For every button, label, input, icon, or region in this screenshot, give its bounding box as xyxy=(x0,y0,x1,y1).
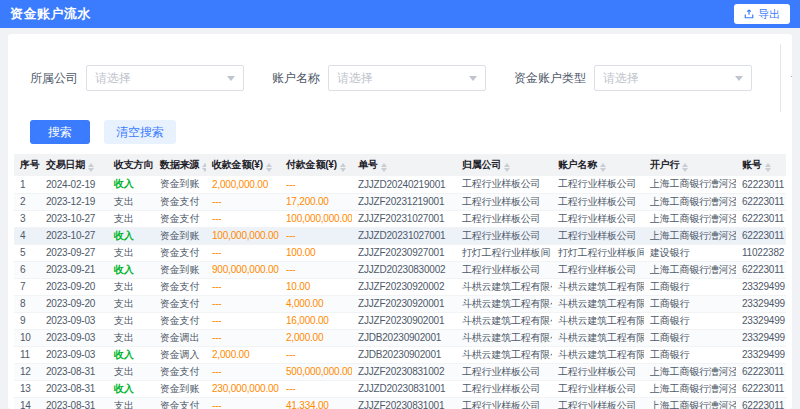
export-button[interactable]: 导出 xyxy=(734,4,790,24)
column-label: 账户名称 xyxy=(558,159,597,170)
cell: 工程行业样板公司 xyxy=(456,380,552,397)
cell: 2,000,000.00 xyxy=(206,176,280,193)
cell: 斗栱云建筑工程有限公司 xyxy=(456,346,552,363)
cell: 支出 xyxy=(108,244,154,261)
cell: 62223011 xyxy=(736,397,786,409)
chevron-down-icon xyxy=(227,76,235,81)
cell: --- xyxy=(206,397,280,409)
cell: 2023-10-27 xyxy=(40,210,108,227)
cell: 12 xyxy=(14,363,40,380)
cell: 斗栱云建筑工程有限公司 xyxy=(552,312,644,329)
cell: 上海工商银行漕河泾支行 xyxy=(644,397,736,409)
table-row: 62023-09-21收入资金到账900,000,000.00---ZJJZD2… xyxy=(14,261,786,278)
column-header-8[interactable]: 账户名称 xyxy=(552,154,644,176)
cell: 工程行业样板公司 xyxy=(552,261,644,278)
column-header-5[interactable]: 付款金额(¥) xyxy=(280,154,352,176)
sort-icon[interactable] xyxy=(765,163,771,172)
cell: ZJJZD20230830002 xyxy=(352,261,456,278)
column-header-6[interactable]: 单号 xyxy=(352,154,456,176)
sort-icon[interactable] xyxy=(381,163,387,172)
cell: 100,000,000.00 xyxy=(206,227,280,244)
cell: 62223011 xyxy=(736,363,786,380)
cell: 2023-08-31 xyxy=(40,397,108,409)
page-title: 资金账户流水 xyxy=(10,5,91,23)
clear-search-button[interactable]: 清空搜索 xyxy=(104,120,176,144)
cell: 62223011 xyxy=(736,380,786,397)
cell: 9 xyxy=(14,312,40,329)
cell: 2023-12-19 xyxy=(40,193,108,210)
cell: 资金支付 xyxy=(154,244,206,261)
cell: 2,000.00 xyxy=(206,346,280,363)
column-header-2[interactable]: 收支方向 xyxy=(108,154,154,176)
cell: ZJJZD20230831001 xyxy=(352,380,456,397)
column-label: 单号 xyxy=(358,159,378,170)
column-header-9[interactable]: 开户行 xyxy=(644,154,736,176)
cell: 收入 xyxy=(108,261,154,278)
sort-icon[interactable] xyxy=(88,163,94,172)
cell: 工程行业样板公司 xyxy=(456,193,552,210)
cell: 支出 xyxy=(108,295,154,312)
column-header-10[interactable]: 账号 xyxy=(736,154,786,176)
cell: 支出 xyxy=(108,210,154,227)
sort-icon[interactable] xyxy=(504,163,510,172)
account-name-select-placeholder: 请选择 xyxy=(337,70,373,87)
column-header-4[interactable]: 收款金额(¥) xyxy=(206,154,280,176)
cell: --- xyxy=(206,244,280,261)
search-button[interactable]: 搜索 xyxy=(30,120,90,144)
expand-filters-toggle[interactable]: 展开筛选 xyxy=(780,44,792,112)
cell: 2023-09-20 xyxy=(40,295,108,312)
cell: 斗栱云建筑工程有限公司 xyxy=(456,329,552,346)
account-name-select[interactable]: 请选择 xyxy=(328,65,486,91)
cell: 工程行业样板公司 xyxy=(552,193,644,210)
cell: --- xyxy=(206,193,280,210)
filter-account-name: 账户名称 请选择 xyxy=(272,65,486,91)
cell: 工程行业样板公司 xyxy=(456,261,552,278)
cell: 支出 xyxy=(108,363,154,380)
cell: 支出 xyxy=(108,397,154,409)
cell: 4,000.00 xyxy=(280,295,352,312)
sort-icon[interactable] xyxy=(340,163,346,172)
cell: 17,200.00 xyxy=(280,193,352,210)
cell: --- xyxy=(280,227,352,244)
cell: 建设银行 xyxy=(644,244,736,261)
table-body: 12024-02-19收入资金到账2,000,000.00---ZJJZD202… xyxy=(14,176,786,409)
cell: 工商银行 xyxy=(644,278,736,295)
account-type-select[interactable]: 请选择 xyxy=(594,65,752,91)
cell: 工程行业样板公司 xyxy=(552,363,644,380)
cell: 收入 xyxy=(108,346,154,363)
cell: ZJJZF20230902001 xyxy=(352,312,456,329)
cell: --- xyxy=(280,176,352,193)
cell: --- xyxy=(206,210,280,227)
cell: 工程行业样板公司 xyxy=(552,397,644,409)
column-header-1[interactable]: 交易日期 xyxy=(40,154,108,176)
cell: 资金支付 xyxy=(154,193,206,210)
cell: 工商银行 xyxy=(644,312,736,329)
table-row: 112023-09-03收入资金调入2,000.00---ZJDB2023090… xyxy=(14,346,786,363)
cell: 收入 xyxy=(108,176,154,193)
table-row: 132023-08-31收入资金到账230,000,000.00---ZJJZD… xyxy=(14,380,786,397)
cell: 2023-09-03 xyxy=(40,312,108,329)
sort-icon[interactable] xyxy=(600,163,606,172)
cell: --- xyxy=(206,363,280,380)
table-row: 52023-09-27支出资金支付---100.00ZJJZF202309270… xyxy=(14,244,786,261)
cell: 10.00 xyxy=(280,278,352,295)
column-header-3[interactable]: 数据来源 xyxy=(154,154,206,176)
cell: 23329499 xyxy=(736,295,786,312)
sort-icon[interactable] xyxy=(202,163,206,172)
cell: 100,000,000.00 xyxy=(280,210,352,227)
cell: 2023-08-31 xyxy=(40,380,108,397)
column-header-7[interactable]: 归属公司 xyxy=(456,154,552,176)
cell: 2,000.00 xyxy=(280,329,352,346)
table-row: 12024-02-19收入资金到账2,000,000.00---ZJJZD202… xyxy=(14,176,786,193)
cell: --- xyxy=(206,278,280,295)
chevron-down-icon xyxy=(791,76,792,81)
cell: 23329499 xyxy=(736,312,786,329)
table-row: 22023-12-19支出资金支付---17,200.00ZJJZF202312… xyxy=(14,193,786,210)
sort-icon[interactable] xyxy=(682,163,688,172)
cell: 收入 xyxy=(108,380,154,397)
table-row: 72023-09-20支出资金支付---10.00ZJJZF2023092000… xyxy=(14,278,786,295)
cell: 工程行业样板公司 xyxy=(456,210,552,227)
company-select[interactable]: 请选择 xyxy=(86,65,244,91)
sort-icon[interactable] xyxy=(266,163,272,172)
cell: 500,000,000.00 xyxy=(280,363,352,380)
